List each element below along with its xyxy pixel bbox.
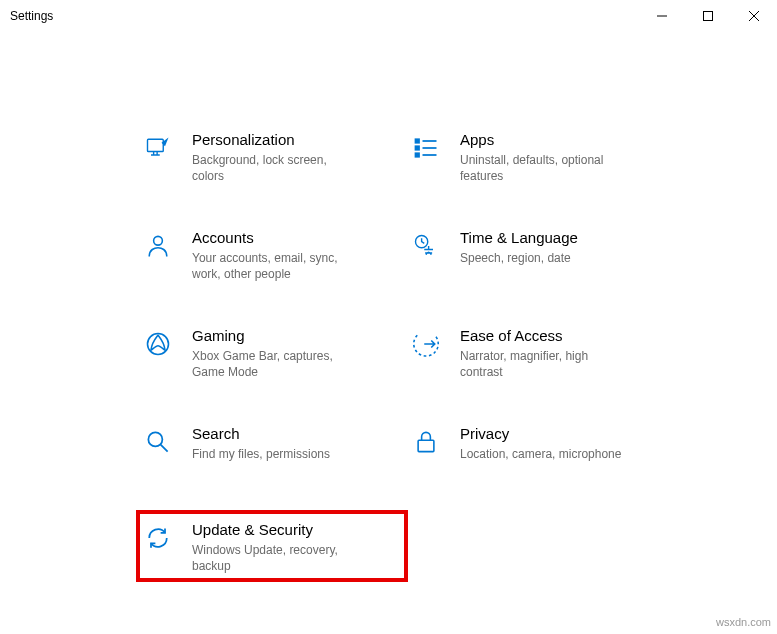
svg-rect-1 [148, 139, 164, 151]
category-title: Search [192, 424, 398, 444]
update-security-icon [138, 518, 178, 558]
watermark: wsxdn.com [716, 616, 771, 628]
personalization-icon [138, 128, 178, 168]
category-desc: Narrator, magnifier, high contrast [460, 348, 630, 380]
category-title: Personalization [192, 130, 398, 150]
category-search[interactable]: Search Find my files, permissions [138, 416, 406, 468]
close-button[interactable] [731, 0, 777, 32]
category-gaming[interactable]: Gaming Xbox Game Bar, captures, Game Mod… [138, 318, 406, 386]
category-ease-of-access[interactable]: Ease of Access Narrator, magnifier, high… [406, 318, 674, 386]
minimize-icon [657, 11, 667, 21]
category-title: Ease of Access [460, 326, 666, 346]
category-title: Apps [460, 130, 666, 150]
accounts-icon [138, 226, 178, 266]
category-accounts[interactable]: Accounts Your accounts, email, sync, wor… [138, 220, 406, 288]
category-title: Time & Language [460, 228, 666, 248]
settings-grid: Personalization Background, lock screen,… [0, 32, 777, 580]
category-time-language[interactable]: Time & Language Speech, region, date [406, 220, 674, 288]
category-desc: Your accounts, email, sync, work, other … [192, 250, 362, 282]
time-language-icon [406, 226, 446, 266]
svg-rect-0 [704, 12, 713, 21]
category-desc: Xbox Game Bar, captures, Game Mode [192, 348, 362, 380]
category-text: Search Find my files, permissions [192, 422, 398, 462]
window-controls [639, 0, 777, 32]
category-text: Gaming Xbox Game Bar, captures, Game Mod… [192, 324, 398, 380]
category-title: Privacy [460, 424, 666, 444]
category-privacy[interactable]: Privacy Location, camera, microphone [406, 416, 674, 468]
category-text: Apps Uninstall, defaults, optional featu… [460, 128, 666, 184]
category-text: Ease of Access Narrator, magnifier, high… [460, 324, 666, 380]
svg-rect-2 [416, 139, 420, 143]
svg-rect-9 [418, 440, 434, 451]
category-personalization[interactable]: Personalization Background, lock screen,… [138, 122, 406, 190]
minimize-button[interactable] [639, 0, 685, 32]
category-text: Time & Language Speech, region, date [460, 226, 666, 266]
category-desc: Background, lock screen, colors [192, 152, 362, 184]
category-title: Accounts [192, 228, 398, 248]
window-title: Settings [10, 9, 53, 23]
privacy-icon [406, 422, 446, 462]
category-apps[interactable]: Apps Uninstall, defaults, optional featu… [406, 122, 674, 190]
svg-rect-4 [416, 153, 420, 157]
titlebar: Settings [0, 0, 777, 32]
category-title: Gaming [192, 326, 398, 346]
category-desc: Windows Update, recovery, backup [192, 542, 362, 574]
maximize-icon [703, 11, 713, 21]
close-icon [749, 11, 759, 21]
svg-point-8 [148, 432, 162, 446]
category-desc: Speech, region, date [460, 250, 630, 266]
svg-point-5 [154, 236, 163, 245]
category-desc: Uninstall, defaults, optional features [460, 152, 630, 184]
category-text: Accounts Your accounts, email, sync, wor… [192, 226, 398, 282]
maximize-button[interactable] [685, 0, 731, 32]
gaming-icon [138, 324, 178, 364]
category-update-security[interactable]: Update & Security Windows Update, recove… [138, 512, 406, 580]
category-text: Update & Security Windows Update, recove… [192, 518, 398, 574]
svg-rect-3 [416, 146, 420, 150]
search-icon [138, 422, 178, 462]
category-desc: Location, camera, microphone [460, 446, 630, 462]
apps-icon [406, 128, 446, 168]
category-text: Personalization Background, lock screen,… [192, 128, 398, 184]
category-desc: Find my files, permissions [192, 446, 362, 462]
category-text: Privacy Location, camera, microphone [460, 422, 666, 462]
ease-of-access-icon [406, 324, 446, 364]
category-title: Update & Security [192, 520, 398, 540]
